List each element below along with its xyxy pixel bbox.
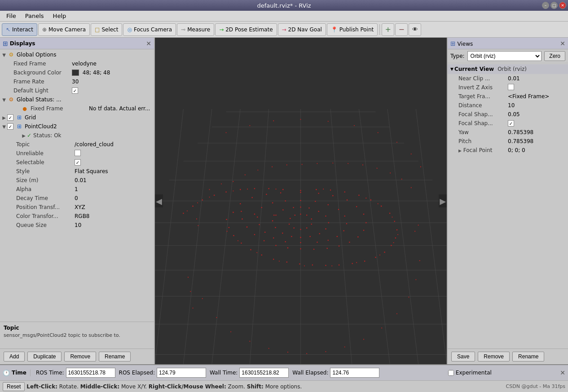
svg-point-81 <box>240 203 241 205</box>
camera-icon-button[interactable]: 👁 <box>409 23 421 36</box>
svg-point-151 <box>293 227 295 229</box>
wall-elapsed-input[interactable] <box>330 368 379 378</box>
pc2-alpha-row[interactable]: Alpha 1 <box>0 185 154 194</box>
svg-point-108 <box>272 202 273 204</box>
views-zero-button[interactable]: Zero <box>544 51 565 61</box>
grid-checkbox[interactable] <box>7 114 13 121</box>
remove-icon-button[interactable]: − <box>395 23 408 36</box>
pointcloud2-row[interactable]: ▼ ⊞ PointCloud2 <box>0 122 154 131</box>
bg-color-row[interactable]: Background Color 48; 48; 48 <box>0 68 154 77</box>
displays-close-button[interactable]: ✕ <box>146 40 151 47</box>
close-button[interactable]: ✕ <box>559 2 566 9</box>
svg-point-198 <box>257 170 258 170</box>
pose-estimate-button[interactable]: → 2D Pose Estimate <box>215 23 277 36</box>
global-status-row[interactable]: ▼ ⚙ Global Status: ... <box>0 95 154 104</box>
menu-help[interactable]: Help <box>48 12 71 20</box>
displays-panel-header: ⊞ Displays ✕ <box>0 38 154 49</box>
global-fixed-frame-row[interactable]: ● Fixed Frame No tf data. Actual err... <box>0 104 154 113</box>
fixed-frame-status-icon: ● <box>21 105 29 113</box>
pc2-topic-row[interactable]: Topic /colored_cloud <box>0 140 154 149</box>
timebar-close-button[interactable]: ✕ <box>560 369 565 376</box>
nav-goal-button[interactable]: → 2D Nav Goal <box>278 23 326 36</box>
focal-shape1-row[interactable]: Focal Shap... 0.05 <box>448 110 568 119</box>
save-view-button[interactable]: Save <box>451 352 475 362</box>
wall-time-input[interactable] <box>239 368 289 378</box>
focal-shape2-checkbox[interactable] <box>508 120 514 126</box>
default-light-checkbox[interactable] <box>72 87 78 94</box>
global-options-row[interactable]: ▼ ⚙ Global Options <box>0 50 154 59</box>
remove-view-button[interactable]: Remove <box>478 352 510 362</box>
minimize-button[interactable]: – <box>542 2 549 9</box>
views-close-button[interactable]: ✕ <box>560 40 565 47</box>
pointcloud2-checkbox[interactable] <box>7 123 13 130</box>
pc2-queue-value: 10 <box>75 222 152 228</box>
frame-rate-row[interactable]: Frame Rate 30 <box>0 77 154 86</box>
pc2-selectable-row[interactable]: Selectable <box>0 158 154 167</box>
invert-z-label: Invert Z Axis <box>458 84 508 91</box>
select-button[interactable]: □ Select <box>91 23 122 36</box>
target-frame-row[interactable]: Target Fra... <Fixed Frame> <box>448 92 568 101</box>
menu-panels[interactable]: Panels <box>21 12 48 20</box>
pc2-unreliable-row[interactable]: Unreliable <box>0 149 154 158</box>
focus-camera-button[interactable]: ◎ Focus Camera <box>123 23 176 36</box>
svg-point-27 <box>225 192 227 193</box>
default-light-row[interactable]: Default Light <box>0 86 154 95</box>
right-click-label: Right-Click/Mouse Wheel: <box>149 383 226 390</box>
svg-point-26 <box>214 195 215 196</box>
svg-point-51 <box>299 263 300 265</box>
experimental-checkbox[interactable] <box>448 370 454 376</box>
pc2-selectable-checkbox[interactable] <box>75 159 81 166</box>
reset-button[interactable]: Reset <box>3 382 25 391</box>
frame-rate-label: Frame Rate <box>13 78 72 85</box>
svg-point-194 <box>317 163 317 164</box>
current-view-section[interactable]: ▼ Current View Orbit (rviz) <box>448 64 568 74</box>
publish-point-button[interactable]: 📍 Publish Point <box>327 23 378 36</box>
views-panel-header: ⊞ Views ✕ <box>448 38 568 49</box>
pc2-style-row[interactable]: Style Flat Squares <box>0 167 154 176</box>
focal-shape1-value: 0.05 <box>508 111 565 118</box>
invert-z-checkbox[interactable] <box>508 84 514 90</box>
rename-display-button[interactable]: Rename <box>99 352 131 362</box>
invert-z-row[interactable]: Invert Z Axis <box>448 83 568 92</box>
pc2-color-row[interactable]: Color Transfor... RGB8 <box>0 212 154 221</box>
svg-point-161 <box>344 346 345 347</box>
svg-point-188 <box>401 179 402 179</box>
view3d-arrow-left[interactable]: ◀ <box>155 195 163 208</box>
svg-point-113 <box>338 209 339 210</box>
views-type-select[interactable]: Orbit (rviz) <box>467 51 542 61</box>
pc2-unreliable-checkbox[interactable] <box>75 150 81 156</box>
maximize-button[interactable]: □ <box>550 2 558 9</box>
grid-icon: ⊞ <box>15 113 23 122</box>
near-clip-row[interactable]: Near Clip ... 0.01 <box>448 74 568 83</box>
add-button[interactable]: Add <box>4 352 25 362</box>
ros-elapsed-input[interactable] <box>157 368 206 378</box>
measure-button[interactable]: ⊸ Measure <box>177 23 214 36</box>
pc2-size-row[interactable]: Size (m) 0.01 <box>0 176 154 185</box>
svg-point-36 <box>358 195 360 196</box>
pc2-decay-row[interactable]: Decay Time 0 <box>0 194 154 203</box>
svg-point-73 <box>356 262 357 263</box>
focal-point-row[interactable]: ▶ Focal Point 0; 0; 0 <box>448 146 568 155</box>
svg-point-121 <box>285 241 286 243</box>
svg-point-129 <box>300 206 301 208</box>
pitch-row[interactable]: Pitch 0.785398 <box>448 137 568 146</box>
add-icon-button[interactable]: + <box>382 23 394 36</box>
pc2-position-row[interactable]: Position Transf... XYZ <box>0 203 154 212</box>
focal-shape2-row[interactable]: Focal Shap... <box>448 119 568 128</box>
interact-button[interactable]: ↖ Interact <box>2 23 37 36</box>
duplicate-button[interactable]: Duplicate <box>27 352 62 362</box>
grid-row[interactable]: ▶ ⊞ Grid <box>0 113 154 122</box>
distance-row[interactable]: Distance 10 <box>448 101 568 110</box>
move-camera-button[interactable]: ⊕ Move Camera <box>38 23 90 36</box>
rename-view-button[interactable]: Rename <box>512 352 544 362</box>
views-tree: ▼ Current View Orbit (rviz) Near Clip ..… <box>448 63 568 348</box>
remove-display-button[interactable]: Remove <box>64 352 96 362</box>
yaw-row[interactable]: Yaw 0.785398 <box>448 128 568 137</box>
view3d-arrow-right[interactable]: ▶ <box>439 195 447 208</box>
fixed-frame-row[interactable]: Fixed Frame velodyne <box>0 59 154 68</box>
ros-time-input[interactable] <box>66 368 115 378</box>
menu-file[interactable]: File <box>2 12 21 20</box>
3d-view[interactable]: ◀ ▶ <box>155 38 447 364</box>
pc2-queue-row[interactable]: Queue Size 10 <box>0 221 154 230</box>
svg-point-92 <box>363 230 365 231</box>
